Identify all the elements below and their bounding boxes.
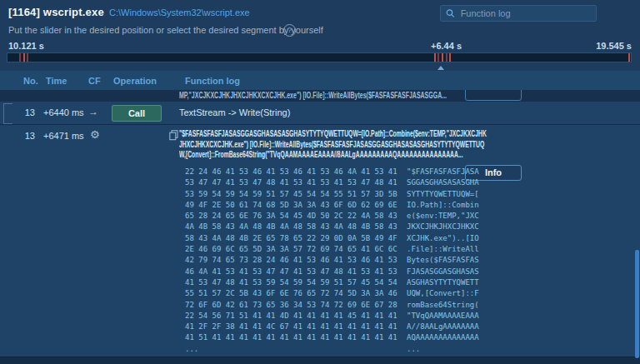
column-function-log: Function log [185, 76, 240, 86]
timeline-bar[interactable] [7, 52, 632, 62]
slider-instruction: Put the slider in the desired position o… [8, 25, 323, 35]
vertical-scrollbar[interactable] [635, 250, 639, 358]
function-log-text: TextStream -> Write(String) [179, 107, 290, 117]
help-icon[interactable]: ? [283, 24, 296, 37]
hex-row: 4A 4B 58 43 4A 48 4B 4A 48 58 43 4A 48 4… [185, 222, 398, 233]
hex-row: 72 6F 6D 42 61 73 65 36 34 53 74 72 69 6… [185, 301, 398, 312]
timeline-tick [438, 53, 439, 62]
row-time: +6471 ms [43, 131, 84, 141]
column-time: Time [46, 76, 67, 86]
table-row-detail[interactable]: 13 +6471 ms ⚙ "$FASFASFASFJASASGGASGHASA… [0, 125, 640, 357]
timeline-tick [434, 53, 436, 62]
row-selection-bracket [3, 103, 12, 124]
timeline-tick [19, 53, 21, 62]
row-number: 13 [20, 107, 35, 117]
column-cf: CF [88, 76, 101, 86]
hex-row: 42 79 74 65 73 28 24 46 41 53 46 41 53 4… [185, 256, 398, 267]
timeline-slider-handle[interactable] [438, 66, 444, 70]
hex-row: 41 53 47 48 41 53 59 54 59 54 59 51 57 4… [185, 278, 398, 289]
call-operation-button[interactable]: Call [112, 105, 162, 122]
timeline-start-label: 10.121 s [8, 41, 44, 51]
row-time: +6440 ms [43, 107, 84, 117]
hex-row: ...... [185, 345, 398, 356]
process-path[interactable]: C:\Windows\System32\wscript.exe [109, 7, 250, 17]
timeline-tick [449, 53, 451, 62]
table-row-partial[interactable]: MP,"JXCJKXCJHKJHXCJHKXCXCJHK.exe") [IO.F… [0, 90, 640, 102]
hex-row: 22 54 56 71 51 41 41 4D 41 41 41 41 45 4… [185, 312, 398, 322]
hex-row: 46 4A 41 53 41 53 47 47 41 53 47 48 41 5… [185, 267, 398, 278]
timeline-tick [27, 53, 28, 62]
search-icon [446, 8, 455, 18]
timeline-tick [442, 53, 443, 62]
process-title: [1164] wscript.exe [8, 6, 104, 18]
hex-row: 53 47 47 41 53 47 48 41 53 41 53 41 53 4… [185, 178, 398, 189]
partial-log-text: MP,"JXCJKXCJHKJHXCJHKXCXCJHK.exe") [IO.F… [179, 91, 447, 100]
hex-row: 41 2F 2F 38 41 41 4C 67 41 41 41 41 41 4… [185, 322, 398, 333]
timeline-tick [23, 53, 25, 62]
timeline-tick [446, 53, 448, 62]
bottom-bar [0, 357, 640, 364]
table-row-call[interactable]: 13 +6440 ms → Call TextStream -> Write(S… [0, 102, 640, 124]
timeline-end-label: 19.545 s [596, 41, 632, 51]
hex-row: 49 4F 2E 50 61 74 68 5D 3A 3A 43 6F 6D 6… [185, 201, 398, 212]
gear-icon: ⚙ [90, 128, 100, 141]
script-log-text: "$FASFASFASFJASASGGASGHASASASGHASYTYTYQW… [179, 129, 487, 161]
control-flow-arrow-icon: → [88, 106, 98, 117]
search-box[interactable] [440, 5, 597, 22]
timeline-offset-label: +6.44 s [431, 41, 462, 51]
hex-row: 65 28 24 65 6E 76 3A 54 45 4D 50 2C 22 4… [185, 212, 398, 222]
function-log-window: [1164] wscript.exe C:\Windows\System32\w… [0, 0, 640, 364]
timeline-tick [628, 53, 630, 62]
copy-icon[interactable] [169, 130, 178, 141]
hex-row: 53 59 54 59 54 59 51 57 45 54 54 55 51 5… [185, 190, 398, 201]
hex-dump: 22 24 46 41 53 46 41 53 46 41 53 46 4A 4… [185, 167, 398, 356]
hex-row: 58 43 4A 48 4B 2E 65 78 65 22 29 0D 0A 5… [185, 234, 398, 245]
column-no: No. [23, 76, 38, 86]
search-input[interactable] [459, 7, 591, 19]
hex-row: 41 51 41 41 41 41 41 41 41 41 41 41 41 4… [185, 333, 398, 344]
info-button-partial[interactable] [465, 90, 522, 101]
table-header: No. Time CF Operation Function log [0, 71, 640, 90]
row-number: 13 [20, 131, 35, 141]
hex-row: 2E 46 69 6C 65 5D 3A 3A 57 72 69 74 65 4… [185, 245, 398, 256]
hex-row: 22 24 46 41 53 46 41 53 46 41 53 46 4A 4… [185, 167, 398, 178]
hex-row: 55 51 57 2C 5B 43 6F 6E 76 65 72 74 5D 3… [185, 289, 398, 300]
column-operation: Operation [113, 76, 157, 86]
